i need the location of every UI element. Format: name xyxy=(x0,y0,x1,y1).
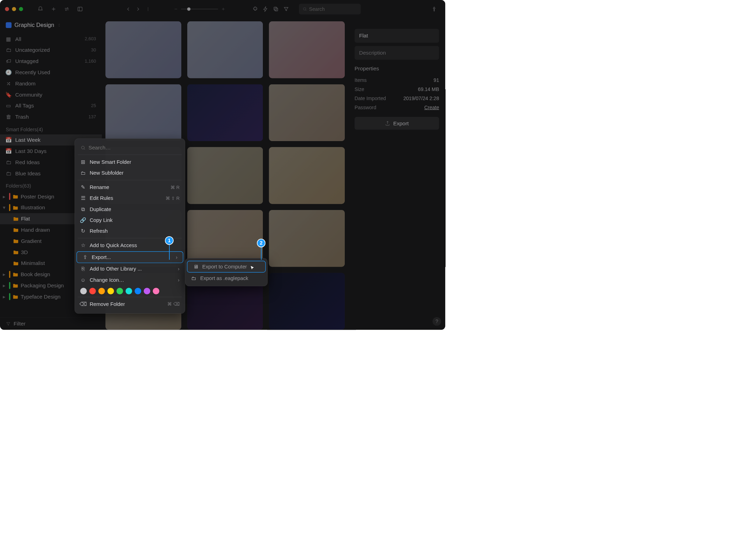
minimize-window[interactable] xyxy=(12,7,16,11)
thumbnail[interactable] xyxy=(269,210,345,267)
sidebar-item-random[interactable]: ⤭Random xyxy=(0,78,102,89)
search-field[interactable] xyxy=(299,4,361,15)
funnel-icon xyxy=(6,321,10,326)
nav-forward-icon[interactable] xyxy=(134,5,142,13)
inspector: Flat Description Properties Items91 Size… xyxy=(348,21,445,330)
color-swatch[interactable] xyxy=(126,288,132,294)
smart-folders-header: Smart Folders(4) xyxy=(0,122,102,134)
filter-icon[interactable] xyxy=(282,5,290,13)
library-icon xyxy=(6,22,11,28)
library-selector[interactable]: Graphic Design xyxy=(0,18,102,34)
nav-sep xyxy=(144,5,152,13)
ctx-new-subfolder[interactable]: 🗀New Subfolder xyxy=(75,167,185,178)
color-swatch[interactable] xyxy=(144,288,150,294)
thumbnail[interactable] xyxy=(269,84,345,141)
export-label: Export xyxy=(393,120,408,126)
bell-icon[interactable] xyxy=(36,5,45,13)
color-swatch[interactable] xyxy=(80,288,87,294)
ctx-search[interactable] xyxy=(78,142,182,153)
ctx-add-library[interactable]: ⎘Add to Other Library ...› xyxy=(75,264,185,274)
ctx-copylink[interactable]: 🔗Copy Link xyxy=(75,215,185,225)
thumbnail[interactable] xyxy=(187,84,263,141)
ctx-export[interactable]: ⇪Export...› xyxy=(77,251,183,263)
color-swatch[interactable] xyxy=(107,288,114,294)
ctx-refresh[interactable]: ↻Refresh xyxy=(75,225,185,236)
sidebar-item-community[interactable]: 🔖Community xyxy=(0,89,102,100)
help-button[interactable]: ? xyxy=(433,317,441,326)
svg-point-3 xyxy=(303,8,306,10)
sidebar-toggle-icon[interactable] xyxy=(76,5,84,13)
ctx-color-row xyxy=(75,285,185,295)
prop-items: Items91 xyxy=(355,76,439,85)
thumbnail[interactable] xyxy=(269,273,345,330)
export-icon xyxy=(385,121,390,126)
ctx-new-smart-folder[interactable]: ⊞New Smart Folder xyxy=(75,156,185,167)
plus-icon[interactable] xyxy=(49,5,58,13)
context-menu: ⊞New Smart Folder 🗀New Subfolder ✎Rename… xyxy=(75,139,185,314)
cursor-icon xyxy=(250,265,255,272)
inspector-description[interactable]: Description xyxy=(355,46,439,59)
color-swatch[interactable] xyxy=(89,288,96,294)
nav-back-icon[interactable] xyxy=(124,5,133,13)
thumbnail[interactable] xyxy=(106,21,181,78)
duplicate-icon[interactable] xyxy=(272,5,280,13)
close-window[interactable] xyxy=(5,7,9,11)
callout-badge-1: 1 xyxy=(165,236,174,245)
prop-size: Size69.14 MB xyxy=(355,85,439,94)
color-swatch[interactable] xyxy=(117,288,123,294)
window-controls xyxy=(5,7,23,11)
ctx-remove-folder[interactable]: ⌫Remove Folder⌘ ⌫ xyxy=(75,299,185,309)
thumbnail[interactable] xyxy=(269,21,345,78)
sidebar-item-recent[interactable]: 🕘Recently Used xyxy=(0,67,102,78)
sidebar-item-alltags[interactable]: ▭All Tags25 xyxy=(0,100,102,111)
bolt-icon[interactable] xyxy=(261,5,270,13)
svg-point-4 xyxy=(82,146,84,149)
maximize-window[interactable] xyxy=(19,7,23,11)
chevron-updown-icon xyxy=(57,23,61,27)
ctx-change-icon[interactable]: ☺Change Icon…› xyxy=(75,274,185,285)
color-swatch[interactable] xyxy=(135,288,141,294)
ctx-edit-rules[interactable]: ☰Edit Rules⌘ ⇧ R xyxy=(75,193,185,204)
extension-icon[interactable] xyxy=(251,5,259,13)
ctx-duplicate[interactable]: ⧉Duplicate xyxy=(75,204,185,215)
sidebar-filter[interactable]: Filter xyxy=(0,317,102,330)
sidebar-item-trash[interactable]: 🗑Trash137 xyxy=(0,111,102,122)
color-swatch[interactable] xyxy=(153,288,159,294)
inspector-title[interactable]: Flat xyxy=(355,29,439,42)
titlebar xyxy=(0,0,445,18)
thumbnail[interactable] xyxy=(187,147,263,204)
search-icon xyxy=(303,7,307,12)
thumbnail[interactable] xyxy=(106,84,181,141)
library-name: Graphic Design xyxy=(14,22,54,28)
color-swatch[interactable] xyxy=(98,288,105,294)
filter-label: Filter xyxy=(14,321,26,327)
inspector-export-button[interactable]: Export xyxy=(355,117,439,130)
transfer-icon[interactable] xyxy=(63,5,71,13)
svg-rect-2 xyxy=(275,8,278,11)
ctx-rename[interactable]: ✎Rename⌘ R xyxy=(75,182,185,192)
svg-rect-0 xyxy=(78,7,82,11)
sidebar-item-all[interactable]: ▦All2,603 xyxy=(0,33,102,44)
ctx-search-input[interactable] xyxy=(89,145,179,151)
callout-badge-2: 2 xyxy=(257,239,266,247)
sidebar-item-untagged[interactable]: 🏷Untagged1,160 xyxy=(0,56,102,67)
sub-export-eaglepack[interactable]: 🗀Export as .eaglepack xyxy=(186,273,267,284)
prop-date: Date Imported2019/07/24 2:28 xyxy=(355,94,439,103)
export-submenu: 🖥Export to Computer 🗀Export as .eaglepac… xyxy=(185,258,268,286)
thumbnail[interactable] xyxy=(269,147,345,204)
pin-icon[interactable] xyxy=(430,5,439,13)
svg-rect-1 xyxy=(274,7,277,10)
properties-header: Properties xyxy=(355,65,439,72)
search-icon xyxy=(80,145,85,150)
prop-password: PasswordCreate xyxy=(355,103,439,112)
search-input[interactable] xyxy=(309,6,357,12)
sidebar-item-uncategorized[interactable]: 🗀Uncategorized30 xyxy=(0,44,102,56)
zoom-slider[interactable] xyxy=(174,7,225,11)
thumbnail[interactable] xyxy=(187,21,263,78)
